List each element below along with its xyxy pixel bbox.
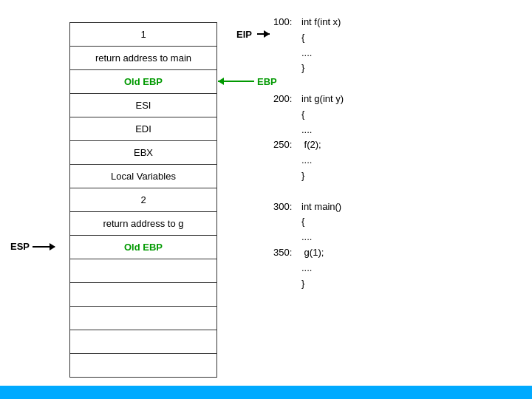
svg-marker-1 bbox=[218, 78, 224, 85]
stack-cell: Old EBP bbox=[70, 236, 217, 259]
code-block: 100:int f(int x){....} 200:int g(int y){… bbox=[273, 15, 344, 291]
code-line: .... bbox=[273, 46, 344, 61]
code-line: { bbox=[273, 30, 344, 46]
code-line: { bbox=[273, 107, 344, 123]
stack-cell: EDI bbox=[70, 117, 217, 141]
code-addr: 200: bbox=[273, 92, 301, 107]
code-line: .... bbox=[273, 230, 344, 245]
esp-text: ESP bbox=[10, 241, 30, 252]
code-addr: 350: bbox=[273, 245, 301, 261]
stack-row: Old EBP bbox=[70, 236, 217, 259]
code-line: 250: f(2); bbox=[273, 137, 344, 153]
stack-row: return address to g bbox=[70, 212, 217, 236]
code-text: g(1); bbox=[301, 247, 324, 258]
code-text: { bbox=[301, 32, 304, 43]
stack-row bbox=[70, 330, 217, 354]
code-line: 100:int f(int x) bbox=[273, 15, 344, 30]
code-line bbox=[273, 76, 344, 92]
code-text: } bbox=[301, 62, 304, 73]
esp-label: ESP bbox=[10, 241, 55, 252]
stack-row bbox=[70, 307, 217, 330]
stack-row: 2 bbox=[70, 188, 217, 212]
code-addr: 250: bbox=[273, 137, 301, 153]
stack-row: Old EBP bbox=[70, 70, 217, 94]
stack-cell: Local Variables bbox=[70, 165, 217, 188]
stack-row: Local Variables bbox=[70, 165, 217, 188]
code-text: int g(int y) bbox=[301, 93, 344, 104]
code-line: 200:int g(int y) bbox=[273, 92, 344, 107]
stack-cell: EBX bbox=[70, 141, 217, 165]
stack-cell bbox=[70, 330, 217, 354]
stack-row: ESI bbox=[70, 94, 217, 117]
code-addr: 100: bbox=[273, 15, 301, 30]
stack-cell bbox=[70, 307, 217, 330]
code-text: int main() bbox=[301, 201, 341, 212]
code-text: f(2); bbox=[301, 139, 321, 150]
stack-cell: 2 bbox=[70, 188, 217, 212]
stack-cell: 1 bbox=[70, 23, 217, 47]
code-text: .... bbox=[301, 262, 312, 273]
code-text: { bbox=[301, 109, 304, 120]
code-text: { bbox=[301, 216, 304, 227]
stack-row: return address to main bbox=[70, 47, 217, 70]
stack-cell: return address to main bbox=[70, 47, 217, 70]
code-line: 350: g(1); bbox=[273, 245, 344, 261]
code-line: { bbox=[273, 214, 344, 230]
code-line: } bbox=[273, 61, 344, 76]
stack-cell: Old EBP bbox=[70, 70, 217, 94]
stack-cell: ESI bbox=[70, 94, 217, 117]
svg-text:EIP: EIP bbox=[236, 29, 252, 40]
stack-row bbox=[70, 259, 217, 283]
stack-table: 1return address to mainOld EBPESIEDIEBXL… bbox=[69, 22, 217, 378]
stack-container: 1return address to mainOld EBPESIEDIEBXL… bbox=[69, 22, 217, 378]
bottom-bar bbox=[0, 386, 532, 399]
esp-arrow bbox=[33, 246, 55, 248]
code-text: .... bbox=[301, 47, 312, 58]
stack-cell bbox=[70, 283, 217, 307]
code-text: .... bbox=[301, 124, 312, 135]
svg-marker-4 bbox=[264, 30, 270, 38]
code-line: .... bbox=[273, 153, 344, 168]
code-line bbox=[273, 184, 344, 200]
code-line: .... bbox=[273, 123, 344, 138]
stack-cell bbox=[70, 259, 217, 283]
code-line: } bbox=[273, 276, 344, 292]
code-line: 300:int main() bbox=[273, 200, 344, 215]
stack-row bbox=[70, 354, 217, 378]
code-text: } bbox=[301, 278, 304, 289]
stack-cell bbox=[70, 354, 217, 378]
stack-row bbox=[70, 283, 217, 307]
code-text: .... bbox=[301, 231, 312, 242]
code-text: } bbox=[301, 170, 304, 181]
code-addr: 300: bbox=[273, 200, 301, 215]
code-text: .... bbox=[301, 154, 312, 166]
code-text: int f(int x) bbox=[301, 16, 341, 27]
stack-row: 1 bbox=[70, 23, 217, 47]
stack-cell: return address to g bbox=[70, 212, 217, 236]
stack-row: EBX bbox=[70, 141, 217, 165]
code-line: } bbox=[273, 168, 344, 184]
code-line: .... bbox=[273, 261, 344, 276]
stack-row: EDI bbox=[70, 117, 217, 141]
